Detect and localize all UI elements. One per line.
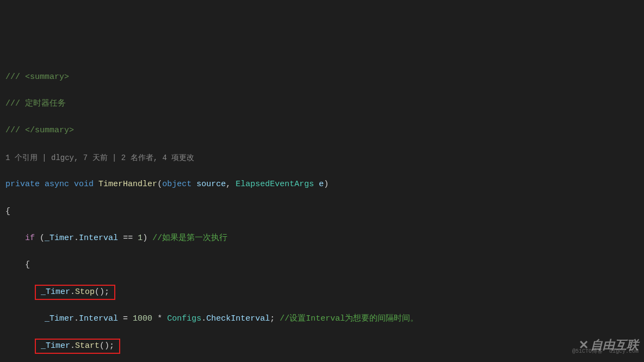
highlight-stop: _Timer.Stop(); — [35, 285, 115, 300]
doc-comment: /// </summary> — [5, 126, 74, 135]
if-first-run: if (_Timer.Interval == 1) //如果是第一次执行 — [5, 232, 639, 246]
highlight-start: _Timer.Start(); — [35, 339, 120, 354]
doc-comment: /// <summary> — [5, 72, 69, 82]
method-signature: private async void TimerHandler(object s… — [5, 178, 639, 192]
codelens[interactable]: 1 个引用 | dlgcy, 7 天前 | 2 名作者, 4 项更改 — [5, 151, 639, 165]
doc-comment: /// 定时器任务 — [5, 99, 66, 108]
code-editor[interactable]: /// <summary> /// 定时器任务 /// </summary> 1… — [5, 57, 639, 362]
brace-open: { — [5, 205, 639, 219]
interval-assign: _Timer.Interval = 1000 * Configs.CheckIn… — [5, 312, 639, 326]
